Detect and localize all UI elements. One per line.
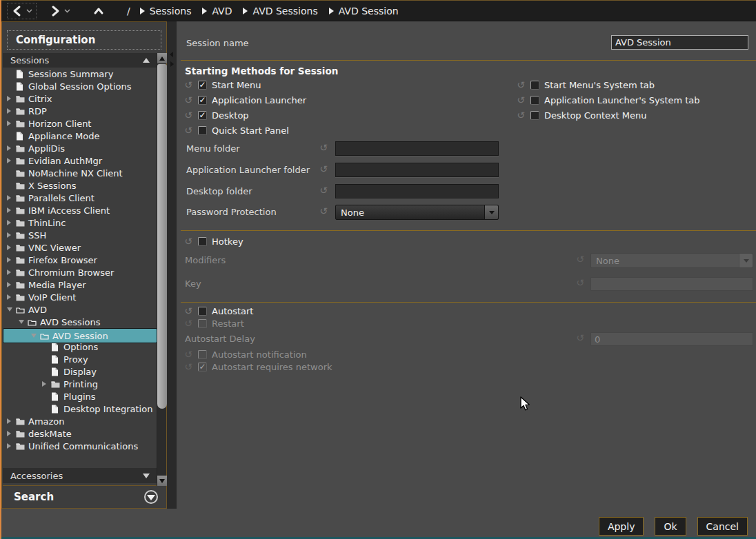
expand-triangle-icon[interactable]	[7, 294, 11, 300]
tree-item-thinlinc[interactable]: ThinLinc	[3, 216, 157, 229]
panel-divider[interactable]	[167, 21, 177, 509]
revert-icon[interactable]: ↺	[183, 307, 193, 316]
expand-triangle-icon[interactable]	[7, 121, 11, 126]
tree-item-amazon[interactable]: Amazon	[3, 415, 157, 427]
expand-triangle-icon[interactable]	[7, 418, 11, 424]
tree-item-horizon-client[interactable]: Horizon Client	[3, 117, 157, 130]
start-menu-s-system-tab-checkbox[interactable]	[530, 81, 539, 90]
scroll-down-button[interactable]	[157, 476, 167, 486]
breadcrumb-item-avd-session[interactable]: AVD Session	[329, 6, 399, 17]
revert-icon[interactable]: ↺	[319, 186, 328, 195]
collapse-triangle-icon[interactable]	[7, 307, 12, 312]
revert-icon[interactable]: ↺	[516, 81, 526, 90]
expand-triangle-icon[interactable]	[7, 443, 11, 449]
tree-item-applidis[interactable]: AppliDis	[3, 142, 157, 154]
apply-button[interactable]: Apply	[599, 517, 644, 536]
collapse-triangle-icon[interactable]	[31, 334, 37, 338]
revert-icon[interactable]: ↺	[183, 96, 193, 105]
tree-item-ibm-iaccess-client[interactable]: IBM iAccess Client	[3, 204, 157, 216]
expand-triangle-icon[interactable]	[42, 381, 46, 387]
revert-icon[interactable]: ↺	[183, 126, 193, 135]
expand-triangle-icon[interactable]	[7, 232, 11, 238]
tree-item-avd[interactable]: AVD	[3, 303, 157, 316]
application-launcher-checkbox[interactable]: ✓	[198, 96, 207, 105]
breadcrumb-root[interactable]: /	[127, 6, 130, 17]
tree-item-sessions-summary[interactable]: Sessions Summary	[3, 68, 157, 80]
scroll-up-button[interactable]	[157, 53, 167, 63]
application-launcher-folder-input[interactable]	[335, 163, 499, 177]
tree-item-chromium-browser[interactable]: Chromium Browser	[3, 266, 157, 278]
desktop-folder-input[interactable]	[335, 184, 499, 199]
cancel-button[interactable]: Cancel	[697, 517, 748, 536]
expand-triangle-icon[interactable]	[7, 282, 11, 287]
expand-triangle-icon[interactable]	[7, 270, 11, 275]
tree-item-global-session-options[interactable]: Global Session Options	[3, 80, 157, 92]
tree-item-proxy[interactable]: Proxy	[3, 353, 157, 365]
password-protection-select[interactable]: None	[335, 205, 499, 220]
forward-history-dropdown-icon[interactable]	[64, 8, 70, 13]
section-header-accessories[interactable]: Accessories	[3, 468, 166, 483]
expand-triangle-icon[interactable]	[7, 96, 11, 101]
tree-item-rdp[interactable]: RDP	[3, 105, 157, 117]
forward-button[interactable]	[45, 3, 74, 19]
tree-item-voip-client[interactable]: VoIP Client	[3, 291, 157, 303]
breadcrumb-item-sessions[interactable]: Sessions	[140, 6, 192, 17]
section-header-sessions[interactable]: Sessions	[3, 53, 166, 68]
application-launcher-s-system-tab-checkbox[interactable]	[530, 96, 539, 105]
tree-item-firefox-browser[interactable]: Firefox Browser	[3, 254, 157, 266]
expand-triangle-icon[interactable]	[7, 257, 11, 263]
revert-icon[interactable]: ↺	[516, 96, 526, 105]
expand-triangle-icon[interactable]	[7, 158, 11, 163]
breadcrumb-item-avd[interactable]: AVD	[202, 6, 232, 17]
tree-item-ssh[interactable]: SSH	[3, 229, 157, 241]
tree-item-media-player[interactable]: Media Player	[3, 278, 157, 291]
ok-button[interactable]: Ok	[655, 517, 686, 536]
tree-item-citrix[interactable]: Citrix	[3, 92, 157, 105]
autostart-checkbox[interactable]	[198, 307, 207, 316]
tree-item-x-sessions[interactable]: X Sessions	[3, 179, 157, 192]
start-menu-checkbox[interactable]: ✓	[198, 81, 207, 90]
revert-icon[interactable]: ↺	[319, 165, 328, 174]
back-history-dropdown-icon[interactable]	[26, 8, 32, 13]
expand-triangle-icon[interactable]	[7, 431, 11, 436]
up-button[interactable]	[88, 3, 109, 19]
expand-triangle-icon[interactable]	[7, 108, 11, 114]
desktop-context-menu-checkbox[interactable]	[530, 111, 539, 120]
dropdown-button[interactable]	[484, 205, 498, 219]
tree-item-desktop-integration[interactable]: Desktop Integration	[3, 403, 157, 415]
revert-icon[interactable]: ↺	[183, 111, 193, 120]
tree-item-vnc-viewer[interactable]: VNC Viewer	[3, 241, 157, 254]
revert-icon[interactable]: ↺	[183, 81, 193, 90]
expand-triangle-icon[interactable]	[7, 195, 11, 201]
tree-item-evidian-authmgr[interactable]: Evidian AuthMgr	[3, 154, 157, 167]
tree-item-avd-sessions[interactable]: AVD Sessions	[3, 316, 157, 328]
tree-item-parallels-client[interactable]: Parallels Client	[3, 192, 157, 204]
menu-folder-input[interactable]	[335, 141, 499, 156]
scrollbar-thumb[interactable]	[157, 64, 167, 409]
expand-triangle-icon[interactable]	[7, 220, 11, 225]
tree-item-printing[interactable]: Printing	[3, 378, 157, 390]
back-button[interactable]	[7, 3, 37, 19]
tree-item-unified-communications[interactable]: Unified Communications	[3, 440, 157, 452]
expand-triangle-icon[interactable]	[7, 207, 11, 213]
revert-icon[interactable]: ↺	[516, 111, 526, 120]
tree-item-appliance-mode[interactable]: Appliance Mode	[3, 130, 157, 142]
revert-icon[interactable]: ↺	[183, 237, 193, 246]
collapse-triangle-icon[interactable]	[19, 320, 24, 324]
revert-icon[interactable]: ↺	[319, 143, 328, 152]
hotkey-checkbox[interactable]	[198, 237, 207, 246]
revert-icon[interactable]: ↺	[319, 207, 328, 216]
session-name-input[interactable]	[611, 35, 748, 50]
desktop-checkbox[interactable]: ✓	[198, 111, 207, 120]
tree-item-nomachine-nx-client[interactable]: NoMachine NX Client	[3, 167, 157, 179]
tree-scrollbar[interactable]	[157, 53, 166, 486]
tree-item-display[interactable]: Display	[3, 365, 157, 378]
breadcrumb-item-avd-sessions[interactable]: AVD Sessions	[243, 6, 317, 17]
tree-item-avd-session[interactable]: AVD Session	[3, 328, 157, 343]
expand-triangle-icon[interactable]	[7, 245, 11, 250]
tree-item-plugins[interactable]: Plugins	[3, 390, 157, 403]
expand-triangle-icon[interactable]	[7, 145, 11, 151]
search-expand-icon[interactable]	[144, 490, 158, 504]
quick-start-panel-checkbox[interactable]	[198, 126, 207, 135]
search-panel[interactable]: Search	[3, 485, 166, 508]
